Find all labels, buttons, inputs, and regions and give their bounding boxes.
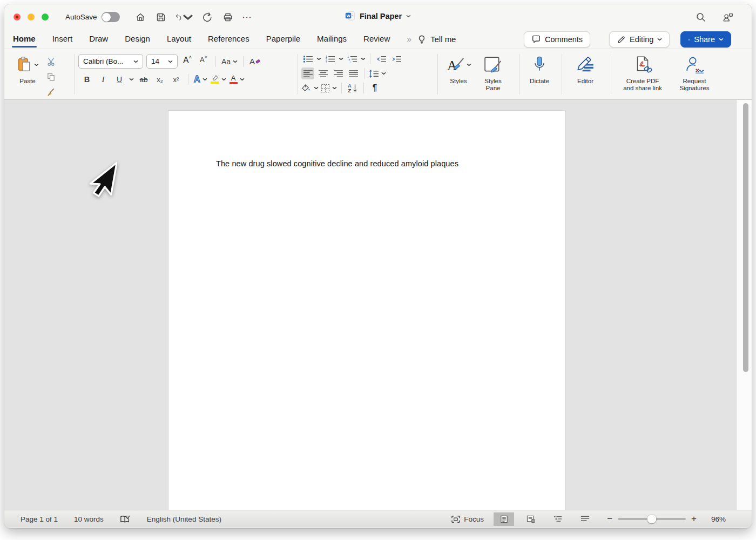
presence-chat-icon[interactable]: [721, 11, 734, 24]
tab-references[interactable]: References: [208, 34, 249, 44]
editor-icon: [576, 56, 595, 73]
shading-button[interactable]: [301, 82, 319, 94]
scrollbar-thumb[interactable]: [743, 103, 748, 372]
underline-menu-chevron[interactable]: [129, 78, 134, 81]
text-effects-button[interactable]: A: [194, 73, 207, 85]
save-icon[interactable]: [154, 11, 167, 24]
titlebar: AutoSave ⋯: [4, 4, 752, 30]
borders-button[interactable]: [321, 82, 337, 94]
zoom-window-button[interactable]: [42, 14, 49, 21]
show-paragraph-marks-button[interactable]: ¶: [368, 82, 381, 94]
subscript-button[interactable]: x₂: [153, 73, 166, 85]
font-name-combobox[interactable]: Calibri (Bo...: [78, 54, 143, 69]
web-layout-view-button[interactable]: [521, 512, 541, 526]
dictate-button[interactable]: Dictate: [523, 53, 556, 99]
page-indicator[interactable]: Page 1 of 1: [21, 515, 58, 523]
font-size-combobox[interactable]: 14: [146, 54, 178, 69]
divider: [215, 56, 216, 67]
tab-review[interactable]: Review: [363, 34, 390, 44]
tab-home[interactable]: Home: [13, 34, 36, 44]
autosave-toggle[interactable]: [102, 12, 120, 22]
paste-button[interactable]: Paste: [12, 53, 43, 99]
print-layout-view-button[interactable]: [494, 512, 514, 526]
bullets-button[interactable]: [301, 53, 314, 65]
highlight-color-button[interactable]: [211, 73, 226, 85]
tab-draw[interactable]: Draw: [89, 34, 108, 44]
styles-button[interactable]: A Styles: [441, 53, 476, 99]
word-file-icon: W: [345, 11, 355, 21]
cut-button[interactable]: [44, 56, 57, 68]
undo-button[interactable]: [175, 11, 193, 24]
underline-button[interactable]: U: [113, 73, 126, 85]
zoom-percentage[interactable]: 96%: [705, 515, 726, 523]
bullets-menu-chevron[interactable]: [316, 57, 321, 60]
comment-bubble-icon: [531, 35, 541, 44]
create-pdf-button[interactable]: Create PDF and share link: [615, 53, 671, 99]
numbering-menu-chevron[interactable]: [339, 57, 343, 60]
focus-mode-button[interactable]: Focus: [451, 515, 484, 523]
share-button[interactable]: Share: [680, 31, 731, 48]
increase-indent-button[interactable]: [390, 53, 403, 65]
status-bar: Page 1 of 1 10 words English (United Sta…: [4, 510, 752, 528]
multilevel-menu-chevron[interactable]: [361, 57, 366, 60]
styles-pane-button[interactable]: Styles Pane: [476, 53, 510, 99]
decrease-indent-button[interactable]: [375, 53, 388, 65]
print-icon[interactable]: [221, 11, 234, 24]
word-window: AutoSave ⋯: [4, 4, 752, 528]
italic-button[interactable]: I: [97, 73, 110, 85]
multilevel-list-button[interactable]: 1ai: [346, 53, 359, 65]
search-icon[interactable]: [694, 11, 707, 24]
styles-icon: A: [446, 56, 465, 73]
more-commands-icon[interactable]: ⋯: [242, 11, 252, 23]
draft-view-button[interactable]: [575, 512, 595, 526]
clear-formatting-button[interactable]: A: [249, 56, 262, 68]
bold-button[interactable]: B: [80, 73, 93, 85]
numbering-button[interactable]: 123: [323, 53, 336, 65]
font-color-button[interactable]: A: [230, 73, 245, 85]
autosave-toggle-knob: [102, 13, 111, 22]
mouse-cursor-icon: [89, 159, 117, 201]
zoom-slider-knob[interactable]: [647, 515, 657, 524]
shrink-font-button[interactable]: A˅: [197, 56, 210, 68]
tab-insert[interactable]: Insert: [52, 34, 73, 44]
tab-paperpile[interactable]: Paperpile: [266, 34, 300, 44]
home-icon[interactable]: [134, 11, 147, 24]
copy-button[interactable]: [44, 71, 57, 83]
scrollbar-track[interactable]: [737, 100, 752, 510]
editor-button[interactable]: Editor: [565, 53, 605, 99]
align-left-button[interactable]: [301, 68, 314, 79]
zoom-in-button[interactable]: +: [691, 514, 697, 524]
language-selector[interactable]: English (United States): [147, 515, 221, 523]
justify-button[interactable]: [347, 68, 360, 79]
align-center-button[interactable]: [316, 68, 329, 79]
change-case-button[interactable]: Aa: [221, 56, 238, 68]
tab-layout[interactable]: Layout: [167, 34, 191, 44]
close-button[interactable]: [14, 14, 21, 21]
document-title-group[interactable]: W Final Paper: [345, 11, 411, 21]
redo-button[interactable]: [201, 11, 214, 24]
proofing-status-icon[interactable]: [120, 515, 131, 524]
grow-font-button[interactable]: A˄: [181, 56, 194, 68]
word-count[interactable]: 10 words: [74, 515, 104, 523]
strikethrough-button[interactable]: ab: [137, 73, 150, 85]
sort-button[interactable]: A Z: [346, 82, 359, 94]
tell-me-button[interactable]: Tell me: [417, 35, 456, 44]
superscript-button[interactable]: x²: [170, 73, 183, 85]
format-painter-button[interactable]: [44, 86, 57, 98]
outline-view-button[interactable]: [548, 512, 568, 526]
document-body-text[interactable]: The new drug slowed cognitive decline an…: [216, 159, 458, 168]
tab-overflow-icon[interactable]: ››: [407, 35, 410, 44]
share-icon: [688, 35, 690, 44]
tab-design[interactable]: Design: [125, 34, 150, 44]
line-spacing-button[interactable]: [369, 68, 386, 79]
request-signatures-button[interactable]: Request Signatures: [671, 53, 718, 99]
comments-button[interactable]: Comments: [524, 31, 590, 48]
lightbulb-icon: [417, 35, 427, 44]
align-right-button[interactable]: [332, 68, 345, 79]
zoom-out-button[interactable]: −: [607, 514, 612, 524]
editing-mode-button[interactable]: Editing: [609, 31, 670, 48]
zoom-slider[interactable]: [618, 518, 686, 520]
minimize-button[interactable]: [28, 14, 35, 21]
document-page[interactable]: The new drug slowed cognitive decline an…: [168, 110, 565, 510]
tab-mailings[interactable]: Mailings: [317, 34, 347, 44]
